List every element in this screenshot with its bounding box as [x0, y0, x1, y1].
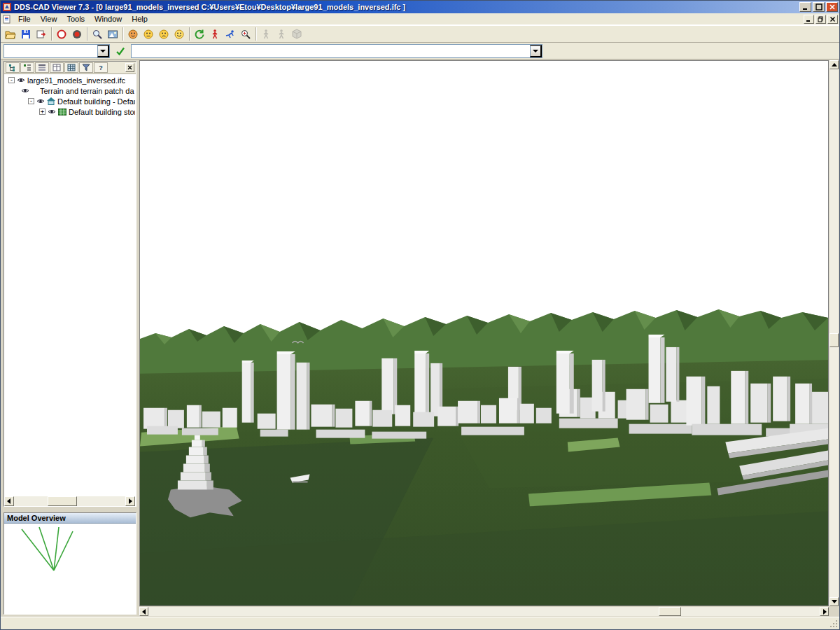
resize-grip[interactable]	[830, 620, 839, 629]
expander-icon[interactable]: -	[28, 98, 34, 104]
toolbar-separator	[122, 27, 123, 41]
walk-person-icon[interactable]	[207, 27, 223, 41]
selection-toolbar	[1, 43, 839, 59]
model-combo[interactable]	[4, 44, 110, 58]
mdi-close-button[interactable]	[827, 15, 838, 24]
minimize-button[interactable]	[799, 2, 811, 12]
storey-grid-icon	[58, 108, 66, 115]
workspace: ? - large91_models_inversed.ifc Terrain …	[1, 59, 839, 617]
tree-row-terrain[interactable]: Terrain and terrain patch da	[4, 85, 135, 96]
model-overview-panel: Model Overview	[4, 512, 136, 615]
titlebar[interactable]: DDS-CAD Viewer 7.3 - [0 large91_models_i…	[1, 1, 839, 13]
model-combo-input[interactable]	[4, 45, 97, 57]
menu-tools[interactable]: Tools	[62, 14, 90, 24]
visibility-eye-icon[interactable]	[17, 77, 25, 83]
maximize-button[interactable]	[813, 2, 825, 12]
object-combo[interactable]	[131, 44, 542, 58]
scroll-left-icon[interactable]	[4, 496, 14, 506]
tree-tab-help-icon[interactable]: ?	[94, 62, 108, 73]
visibility-eye-icon[interactable]	[21, 88, 29, 94]
menu-file[interactable]: File	[13, 14, 36, 24]
vscroll-track[interactable]	[830, 69, 839, 597]
record-ring-icon[interactable]	[54, 27, 69, 41]
menu-bar: File View Tools Window Help	[1, 13, 839, 25]
tree-item-label[interactable]: Default building store	[69, 108, 135, 116]
model-overview-title: Model Overview	[4, 513, 136, 524]
model-combo-dropdown[interactable]	[97, 45, 109, 57]
menu-window[interactable]: Window	[90, 14, 127, 24]
tree-item-label[interactable]: Terrain and terrain patch da	[40, 87, 134, 95]
viewport-3d[interactable]	[139, 60, 829, 606]
scroll-right-icon[interactable]	[125, 496, 135, 506]
tree-tab-table-icon[interactable]	[64, 62, 78, 73]
hscroll-thumb[interactable]	[659, 607, 681, 616]
camera-frustum-graphic	[5, 524, 135, 617]
save-icon[interactable]	[18, 27, 34, 41]
tree-tab-bar: ?	[4, 62, 136, 74]
menu-help[interactable]: Help	[127, 14, 153, 24]
face-orange-icon[interactable]	[125, 27, 141, 41]
menu-view[interactable]: View	[36, 14, 62, 24]
record-icon[interactable]	[69, 27, 85, 41]
face-smile-icon[interactable]	[172, 27, 187, 41]
mdi-restore-button[interactable]	[816, 15, 826, 24]
visibility-eye-icon[interactable]	[48, 108, 56, 115]
zoom-tool-icon[interactable]	[238, 27, 253, 41]
model-tree-panel: ? - large91_models_inversed.ifc Terrain …	[4, 61, 136, 507]
zoom-icon[interactable]	[90, 27, 105, 41]
expander-icon[interactable]: +	[39, 108, 46, 115]
object-combo-input[interactable]	[132, 45, 530, 57]
tree-item-label[interactable]: Default building - Default	[57, 97, 135, 106]
object-combo-dropdown[interactable]	[530, 45, 542, 57]
tree-tab-properties-icon[interactable]	[50, 62, 64, 73]
app-icon	[2, 2, 12, 12]
main-toolbar	[1, 25, 839, 43]
scroll-down-icon[interactable]	[830, 597, 839, 606]
viewport-area	[139, 60, 839, 616]
mdi-minimize-button[interactable]	[804, 15, 814, 24]
status-bar	[1, 617, 839, 629]
document-icon	[2, 15, 12, 24]
person-disabled-icon-1[interactable]	[258, 27, 274, 41]
tree-row-root[interactable]: - large91_models_inversed.ifc	[4, 75, 135, 85]
city-scene-graphic	[140, 61, 828, 606]
open-icon[interactable]	[3, 27, 18, 41]
snapshot-icon[interactable]	[105, 27, 120, 41]
tree-panel-close-icon[interactable]	[125, 63, 134, 72]
model-overview-canvas[interactable]	[5, 524, 135, 613]
fly-person-icon[interactable]	[223, 27, 238, 41]
model-cube-icon[interactable]	[289, 27, 304, 41]
toolbar-separator	[87, 27, 88, 41]
face-yellow-icon[interactable]	[141, 27, 156, 41]
app-window: DDS-CAD Viewer 7.3 - [0 large91_models_i…	[0, 0, 840, 630]
close-button[interactable]	[826, 2, 838, 12]
tree-row-storey[interactable]: + Default building store	[4, 106, 135, 117]
viewport-vertical-scrollbar[interactable]	[830, 60, 839, 606]
export-icon[interactable]	[34, 27, 49, 41]
tree-tab-filter-icon[interactable]	[79, 62, 93, 73]
expander-icon[interactable]: -	[8, 77, 15, 83]
scroll-left-icon[interactable]	[139, 607, 148, 616]
left-sidebar: ? - large91_models_inversed.ifc Terrain …	[4, 61, 136, 615]
tree-hscroll-thumb[interactable]	[48, 496, 77, 506]
scroll-right-icon[interactable]	[820, 607, 829, 616]
tree-tab-list-icon[interactable]	[35, 62, 49, 73]
vscroll-thumb[interactable]	[830, 333, 839, 347]
tree-tab-hierarchy-icon[interactable]	[6, 62, 20, 73]
viewport-horizontal-scrollbar[interactable]	[139, 607, 829, 616]
window-title: DDS-CAD Viewer 7.3 - [0 large91_models_i…	[14, 3, 799, 11]
scroll-up-icon[interactable]	[830, 60, 839, 69]
hscroll-track[interactable]	[148, 607, 820, 616]
visibility-eye-icon[interactable]	[36, 98, 45, 104]
face-plain-icon[interactable]	[156, 27, 172, 41]
tree-row-building[interactable]: - Default building - Default	[4, 96, 135, 106]
tree-horizontal-scrollbar[interactable]	[4, 496, 135, 506]
person-disabled-icon-2[interactable]	[274, 27, 289, 41]
tree-item-label[interactable]: large91_models_inversed.ifc	[27, 76, 125, 85]
tree-hscroll-track[interactable]	[14, 496, 125, 506]
tree-tab-storey-icon[interactable]	[20, 62, 34, 73]
toolbar-separator	[51, 27, 52, 41]
apply-check-button[interactable]	[113, 43, 128, 58]
model-tree: - large91_models_inversed.ifc Terrain an…	[4, 75, 135, 496]
refresh-icon[interactable]	[192, 27, 207, 41]
